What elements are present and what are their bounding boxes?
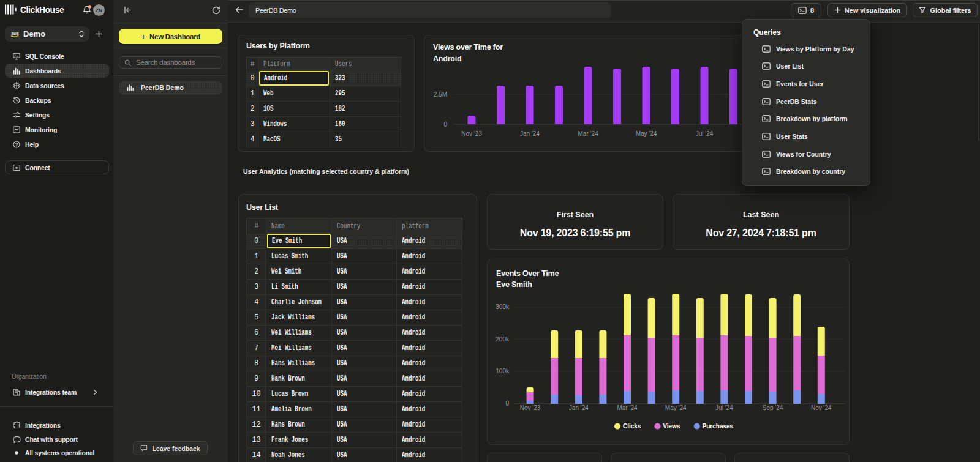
svg-text:Clicks: Clicks [623, 423, 641, 430]
svg-text:100k: 100k [496, 368, 510, 374]
svg-text:May '24: May '24 [636, 130, 657, 137]
svg-text:Purchases: Purchases [703, 423, 734, 430]
svg-text:200k: 200k [496, 336, 510, 343]
svg-text:Views: Views [663, 423, 680, 430]
svg-text:0: 0 [505, 400, 509, 407]
svg-text:Jul '24: Jul '24 [696, 130, 714, 137]
svg-text:Nov '23: Nov '23 [461, 130, 482, 137]
svg-text:Mar '24: Mar '24 [617, 404, 637, 411]
svg-text:300k: 300k [496, 304, 510, 310]
svg-text:Jan '24: Jan '24 [520, 130, 540, 137]
svg-text:Jul '24: Jul '24 [715, 404, 733, 411]
svg-text:Nov '24: Nov '24 [811, 404, 832, 411]
svg-text:aws: aws [12, 31, 20, 35]
svg-text:May '24: May '24 [665, 404, 687, 411]
svg-text:Jan '24: Jan '24 [569, 404, 589, 411]
svg-text:Mar '24: Mar '24 [578, 130, 598, 137]
svg-text:Sep '24: Sep '24 [763, 404, 783, 411]
svg-text:Nov '23: Nov '23 [520, 404, 541, 411]
svg-text:0: 0 [443, 121, 447, 128]
svg-text:2.5M: 2.5M [434, 91, 447, 98]
